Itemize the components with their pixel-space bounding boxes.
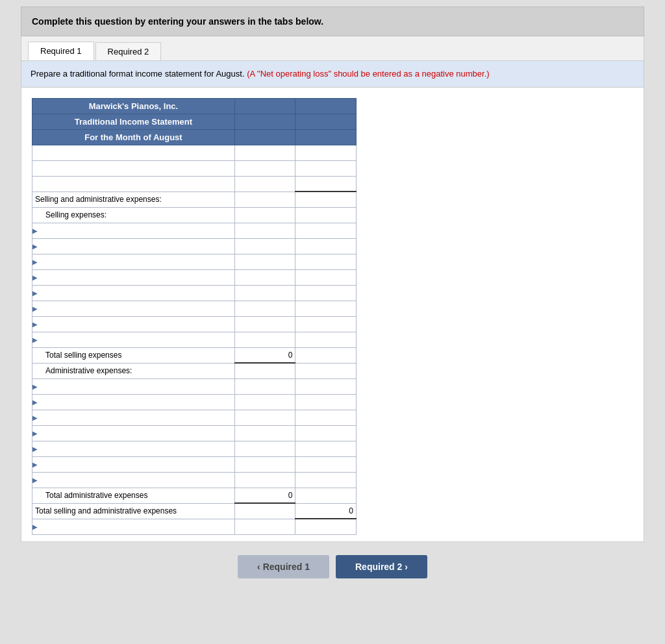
admin-expenses-label: Administrative expenses: (32, 363, 235, 378)
table-container: Marwick's Pianos, Inc. Traditional Incom… (21, 88, 644, 541)
table-row: ▶ (32, 410, 357, 425)
content-area: Prepare a traditional format income stat… (21, 61, 644, 542)
table-title1: Marwick's Pianos, Inc. (32, 98, 235, 114)
mid-input[interactable] (235, 410, 295, 425)
mid-input[interactable] (235, 441, 295, 456)
label-input[interactable] (39, 426, 232, 441)
right-input[interactable] (295, 301, 356, 316)
right-input[interactable] (295, 177, 356, 192)
table-row: ▶ (32, 425, 357, 441)
right-input[interactable] (295, 286, 356, 301)
table-row: ▶ (32, 254, 357, 269)
right-input[interactable] (295, 270, 356, 285)
table-row: ▶ (32, 519, 357, 534)
table-title2-mid (234, 114, 295, 129)
label-input[interactable] (39, 519, 232, 534)
total-selling-admin-value: 0 (295, 503, 357, 519)
mid-input[interactable] (235, 254, 295, 269)
table-row (32, 145, 357, 160)
table-row: ▶ (32, 394, 357, 410)
table-row: ▶ (32, 441, 357, 456)
instruction-red-text: (A "Net operating loss" should be entere… (247, 69, 489, 79)
next-button[interactable]: Required 2 › (336, 555, 427, 578)
mid-input[interactable] (235, 379, 295, 394)
label-input[interactable] (39, 286, 232, 301)
right-input[interactable] (295, 457, 356, 472)
mid-input[interactable] (235, 457, 295, 472)
table-row: ▶ (32, 223, 357, 238)
label-input[interactable] (39, 239, 232, 254)
table-row (32, 160, 357, 176)
mid-input[interactable] (235, 317, 295, 332)
right-input[interactable] (295, 395, 356, 410)
total-admin-expenses-row: Total administrative expenses 0 (32, 488, 357, 503)
mid-input[interactable] (235, 286, 295, 301)
table-row (32, 176, 357, 192)
label-input[interactable] (39, 410, 232, 425)
mid-input[interactable] (235, 239, 295, 254)
table-row: Selling expenses: (32, 207, 357, 223)
table-row: ▶ (32, 472, 357, 488)
total-selling-value: 0 (234, 347, 295, 363)
right-input[interactable] (295, 473, 356, 488)
table-row: ▶ (32, 378, 357, 394)
right-input[interactable] (295, 239, 356, 254)
label-input[interactable] (32, 145, 234, 160)
right-input[interactable] (295, 519, 356, 534)
mid-input[interactable] (235, 177, 295, 192)
label-input[interactable] (39, 473, 232, 488)
right-input[interactable] (295, 145, 356, 160)
mid-input[interactable] (235, 161, 295, 176)
table-row: ▶ (32, 332, 357, 347)
total-selling-admin-label: Total selling and administrative expense… (32, 503, 235, 519)
right-input[interactable] (295, 332, 356, 347)
mid-input[interactable] (235, 473, 295, 488)
right-input[interactable] (295, 223, 356, 238)
total-selling-label: Total selling expenses (32, 347, 235, 363)
table-row: ▶ (32, 285, 357, 301)
label-input[interactable] (39, 457, 232, 472)
table-title2-right (295, 114, 357, 129)
table-title2: Traditional Income Statement (32, 114, 235, 129)
label-input[interactable] (39, 254, 232, 269)
mid-input[interactable] (235, 426, 295, 441)
label-input[interactable] (32, 177, 234, 192)
total-selling-expenses-row: Total selling expenses 0 (32, 347, 357, 363)
table-title1-mid (234, 98, 295, 114)
label-input[interactable] (32, 161, 234, 176)
mid-input[interactable] (235, 223, 295, 238)
label-input[interactable] (39, 379, 232, 394)
table-row: ▶ (32, 301, 357, 316)
label-input[interactable] (39, 301, 232, 316)
label-input[interactable] (39, 317, 232, 332)
mid-input[interactable] (235, 332, 295, 347)
right-input[interactable] (295, 379, 356, 394)
selling-admin-label: Selling and administrative expenses: (32, 192, 235, 207)
prev-button[interactable]: ‹ Required 1 (238, 555, 329, 578)
tab-required1[interactable]: Required 1 (28, 42, 94, 60)
label-input[interactable] (39, 441, 232, 456)
label-input[interactable] (39, 223, 232, 238)
right-input[interactable] (295, 426, 356, 441)
table-title3: For the Month of August (32, 129, 235, 145)
table-row: ▶ (32, 316, 357, 332)
mid-input[interactable] (235, 145, 295, 160)
total-selling-admin-row: Total selling and administrative expense… (32, 503, 357, 519)
label-input[interactable] (39, 395, 232, 410)
right-input[interactable] (295, 161, 356, 176)
table-title1-right (295, 98, 357, 114)
right-input[interactable] (295, 317, 356, 332)
mid-input[interactable] (235, 519, 295, 534)
total-admin-value: 0 (234, 488, 295, 503)
table-row: Selling and administrative expenses: (32, 192, 357, 207)
mid-input[interactable] (235, 270, 295, 285)
right-input[interactable] (295, 254, 356, 269)
right-input[interactable] (295, 410, 356, 425)
label-input[interactable] (39, 332, 232, 347)
label-input[interactable] (39, 270, 232, 285)
mid-input[interactable] (235, 395, 295, 410)
tab-required2[interactable]: Required 2 (95, 42, 162, 60)
table-title3-right (295, 129, 357, 145)
mid-input[interactable] (235, 301, 295, 316)
right-input[interactable] (295, 441, 356, 456)
